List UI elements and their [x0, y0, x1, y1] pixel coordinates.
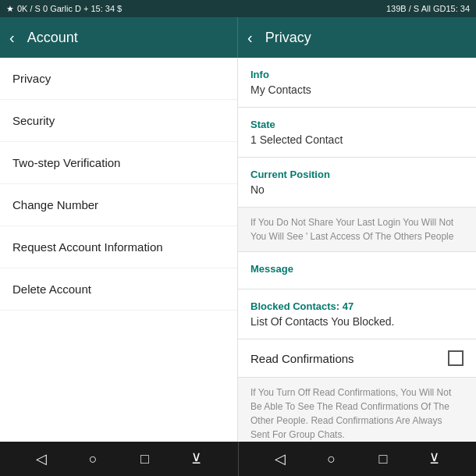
right-panel: Info My Contacts State 1 Selected Contac…	[238, 58, 476, 442]
bottom-nav-right: ◁ ○ □ ⊻	[239, 442, 477, 476]
back-button-right[interactable]: ‹	[247, 29, 253, 47]
last-login-note: If You Do Not Share Your Last Login You …	[238, 208, 476, 252]
sidebar-item-privacy[interactable]: Privacy	[0, 58, 237, 100]
nav-down-icon-left[interactable]: ⊻	[182, 445, 210, 473]
blocked-contacts-label: Blocked Contacts: 47	[250, 300, 464, 312]
info-value: My Contacts	[250, 83, 464, 96]
nav-back-icon-right[interactable]: ◁	[266, 445, 294, 473]
back-button-left[interactable]: ‹	[9, 29, 15, 47]
message-section: Message	[238, 252, 476, 290]
nav-home-icon-left[interactable]: ○	[79, 445, 107, 473]
state-value: 1 Selected Contact	[250, 133, 464, 146]
status-icon: ★	[6, 4, 14, 14]
sidebar-item-two-step[interactable]: Two-step Verification	[0, 142, 237, 184]
current-position-section: Current Position No	[238, 158, 476, 208]
bottom-nav-left: ◁ ○ □ ⊻	[0, 442, 238, 476]
current-position-value: No	[250, 183, 464, 196]
blocked-contacts-value: List Of Contacts You Blocked.	[250, 315, 464, 328]
read-confirmations-label: Read Confirmations	[250, 352, 354, 365]
header-title-right: Privacy	[265, 30, 311, 46]
nav-square-icon-left[interactable]: □	[130, 445, 158, 473]
sidebar-item-request-info[interactable]: Request Account Information	[0, 226, 237, 268]
state-section: State 1 Selected Contact	[238, 108, 476, 158]
info-label: Info	[250, 69, 464, 80]
bottom-nav: ◁ ○ □ ⊻ ◁ ○ □ ⊻	[0, 442, 476, 476]
header-title-left: Account	[27, 30, 78, 46]
blocked-contacts-section[interactable]: Blocked Contacts: 47 List Of Contacts Yo…	[238, 290, 476, 339]
info-section: Info My Contacts	[238, 58, 476, 108]
current-position-label: Current Position	[250, 169, 464, 180]
header-left: ‹ Account	[0, 17, 238, 58]
message-label: Message	[250, 263, 464, 275]
nav-home-icon-right[interactable]: ○	[318, 445, 346, 473]
status-bar-right: 139B / S All GD15: 34	[386, 4, 470, 13]
status-right-text: 139B / S All GD15: 34	[386, 4, 470, 13]
sidebar-item-security[interactable]: Security	[0, 100, 237, 142]
read-confirmations-checkbox[interactable]	[448, 350, 464, 366]
nav-back-icon-left[interactable]: ◁	[27, 445, 55, 473]
status-bar: ★ 0K / S 0 Garlic D + 15: 34 $ 139B / S …	[0, 0, 476, 17]
sidebar-item-delete-account[interactable]: Delete Account	[0, 268, 237, 311]
main-content: Privacy Security Two-step Verification C…	[0, 58, 476, 442]
read-confirmations-note: If You Turn Off Read Confirmations, You …	[238, 378, 476, 442]
sidebar-item-change-number[interactable]: Change Number	[0, 184, 237, 226]
header-right: ‹ Privacy	[238, 17, 476, 58]
left-panel: Privacy Security Two-step Verification C…	[0, 58, 238, 442]
status-bar-left: ★ 0K / S 0 Garlic D + 15: 34 $	[6, 4, 122, 14]
nav-square-icon-right[interactable]: □	[369, 445, 397, 473]
nav-down-icon-right[interactable]: ⊻	[421, 445, 449, 473]
status-left-text: 0K / S 0 Garlic D + 15: 34 $	[17, 4, 122, 13]
headers-row: ‹ Account ‹ Privacy	[0, 17, 476, 58]
read-confirmations-row[interactable]: Read Confirmations	[238, 339, 476, 378]
state-label: State	[250, 119, 464, 130]
